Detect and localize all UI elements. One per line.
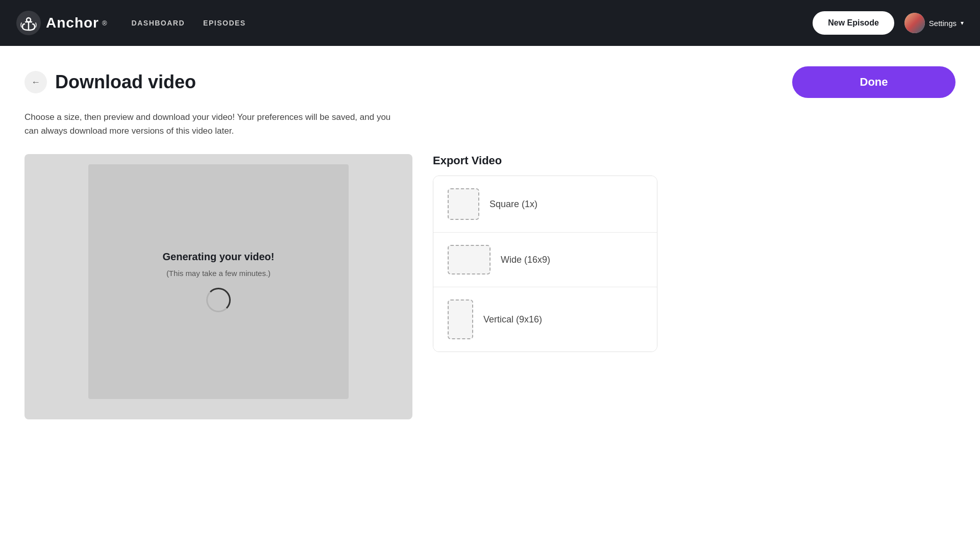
square-icon-shape [448, 188, 479, 220]
avatar [904, 13, 925, 33]
wide-icon-shape [448, 245, 491, 274]
page-header-left: ← Download video [24, 71, 196, 93]
nav-link-dashboard[interactable]: DASHBOARD [132, 19, 185, 27]
vertical-label: Vertical (9x16) [483, 314, 542, 325]
vertical-format-icon [448, 299, 473, 339]
export-option-vertical[interactable]: Vertical (9x16) [433, 287, 657, 352]
chevron-down-icon: ▾ [961, 19, 964, 27]
video-inner: Generating your video! (This may take a … [88, 164, 349, 399]
content-layout: Generating your video! (This may take a … [24, 154, 955, 419]
vertical-icon-shape [448, 299, 473, 339]
nav-links: DASHBOARD EPISODES [132, 19, 246, 27]
video-preview-container: Generating your video! (This may take a … [24, 154, 412, 419]
navbar: Anchor ® DASHBOARD EPISODES New Episode … [0, 0, 980, 46]
avatar-image [904, 13, 925, 33]
back-arrow-icon: ← [31, 77, 40, 88]
loading-spinner [206, 288, 231, 312]
generating-title: Generating your video! [163, 251, 275, 263]
new-episode-button[interactable]: New Episode [813, 11, 894, 35]
logo-text: Anchor [46, 15, 99, 31]
export-option-wide[interactable]: Wide (16x9) [433, 233, 657, 287]
back-button[interactable]: ← [24, 71, 47, 93]
wide-label: Wide (16x9) [501, 255, 550, 265]
logo-reg: ® [102, 19, 107, 27]
generating-sub: (This may take a few minutes.) [166, 269, 271, 278]
navbar-left: Anchor ® DASHBOARD EPISODES [16, 11, 246, 35]
page-header: ← Download video Done [24, 66, 955, 98]
nav-link-episodes[interactable]: EPISODES [203, 19, 246, 27]
export-title: Export Video [433, 154, 657, 167]
export-options: Square (1x) Wide (16x9) Vertical (9x16) [433, 176, 657, 352]
wide-format-icon [448, 245, 491, 274]
page-title: Download video [55, 71, 196, 93]
square-format-icon [448, 188, 479, 220]
navbar-right: New Episode Settings ▾ [813, 11, 964, 35]
square-label: Square (1x) [489, 199, 537, 210]
settings-label: Settings [929, 19, 957, 28]
export-panel: Export Video Square (1x) Wide (16x9) [433, 154, 657, 352]
export-option-square[interactable]: Square (1x) [433, 176, 657, 233]
main-content: ← Download video Done Choose a size, the… [0, 46, 980, 550]
settings-area[interactable]: Settings ▾ [904, 13, 964, 33]
logo-area: Anchor ® [16, 11, 107, 35]
done-button[interactable]: Done [792, 66, 955, 98]
subtitle-text: Choose a size, then preview and download… [24, 110, 402, 138]
anchor-logo-icon [16, 11, 41, 35]
